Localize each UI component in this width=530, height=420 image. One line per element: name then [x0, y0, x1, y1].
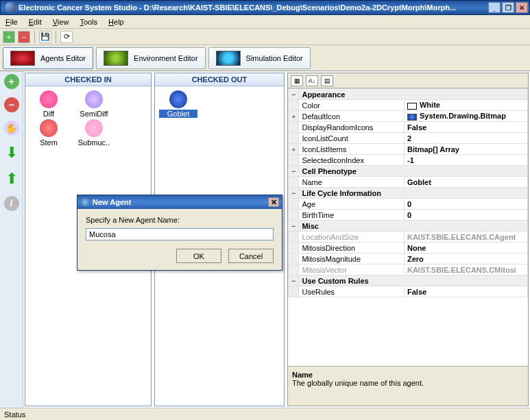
expand-icon[interactable]	[289, 254, 299, 264]
menu-tools[interactable]: Tools	[80, 18, 97, 26]
titlebar: Electronic Cancer System Studio - D:\Res…	[0, 0, 530, 15]
dialog-icon	[80, 197, 90, 207]
expand-icon[interactable]	[289, 122, 299, 133]
expand-icon[interactable]: −	[289, 188, 299, 199]
property-value[interactable]: System.Drawing.Bitmap	[404, 111, 527, 122]
property-key[interactable]: Name	[299, 177, 405, 188]
property-key[interactable]: UseRules	[299, 286, 405, 297]
property-value[interactable]: -1	[404, 155, 527, 166]
property-key[interactable]: MitosisMagnitude	[299, 254, 405, 264]
property-key[interactable]: BirthTime	[299, 210, 405, 221]
property-value[interactable]: None	[404, 243, 527, 254]
move-down-icon[interactable]: ⬇	[5, 144, 18, 162]
property-value[interactable]: White	[404, 100, 527, 111]
property-value[interactable]: Bitmap[] Array	[404, 144, 527, 155]
expand-icon[interactable]: −	[289, 166, 299, 177]
property-value[interactable]: KAIST.SBIE.ELECANS.CAgent	[404, 232, 527, 243]
property-value[interactable]: False	[404, 286, 527, 297]
agent-item[interactable]: SemiDiff	[75, 90, 113, 118]
menu-view[interactable]: View	[53, 18, 69, 26]
expand-icon[interactable]: +	[289, 144, 299, 155]
desc-body: The globally unique name of this agent.	[292, 379, 524, 387]
agent-label: Submuc..	[75, 138, 113, 147]
tab-simulation-editor[interactable]: Simulation Editor	[208, 47, 311, 69]
expand-icon[interactable]	[289, 100, 299, 111]
property-value[interactable]: 0	[404, 210, 527, 221]
property-value[interactable]: False	[404, 122, 527, 133]
expand-icon[interactable]: +	[289, 111, 299, 122]
menu-edit[interactable]: Edit	[29, 18, 42, 26]
ok-button[interactable]: OK	[176, 249, 221, 263]
expand-icon[interactable]	[289, 177, 299, 188]
property-grid[interactable]: −AppearanceColorWhite+DefaultIconSystem.…	[288, 88, 528, 366]
new-agent-dialog: New Agent ✕ Specify a New Agent Name: OK…	[77, 195, 282, 271]
menu-file[interactable]: File	[5, 18, 18, 26]
expand-icon[interactable]	[289, 133, 299, 144]
property-key[interactable]: LocationAndSize	[299, 232, 405, 243]
add-button[interactable]: +	[4, 74, 19, 89]
property-key[interactable]: IconListCount	[299, 133, 405, 144]
property-toolbar: ▦ A↓ ▤	[288, 73, 528, 88]
new-icon[interactable]: +	[3, 31, 15, 43]
agent-item[interactable]: Submuc..	[75, 119, 113, 147]
restore-button[interactable]: ❐	[502, 2, 514, 13]
expand-icon[interactable]	[289, 232, 299, 243]
property-key[interactable]: MitosisVector	[299, 264, 405, 275]
property-key[interactable]: Color	[299, 100, 405, 111]
save-icon[interactable]: 💾	[39, 31, 51, 43]
property-key[interactable]: Age	[299, 199, 405, 210]
agent-item[interactable]: Stem	[29, 119, 68, 147]
property-pages-icon[interactable]: ▤	[321, 75, 333, 86]
tab-agents-editor[interactable]: Agents Editor	[3, 47, 93, 69]
expand-icon[interactable]	[289, 286, 299, 297]
property-key[interactable]: SelectedIconIndex	[299, 155, 405, 166]
expand-icon[interactable]	[289, 264, 299, 275]
dialog-close-button[interactable]: ✕	[268, 197, 279, 207]
checked-out-header: CHECKED OUT	[155, 73, 284, 86]
menu-help[interactable]: Help	[108, 18, 124, 26]
agent-icon	[85, 119, 103, 137]
expand-icon[interactable]: −	[289, 221, 299, 232]
toolbar: + − 💾 ⟳	[0, 29, 530, 45]
property-key[interactable]: DisplayRandomIcons	[299, 122, 405, 133]
info-button[interactable]: i	[4, 196, 19, 211]
cancel-button[interactable]: Cancel	[228, 249, 274, 263]
expand-icon[interactable]	[289, 243, 299, 254]
categorized-icon[interactable]: ▦	[291, 75, 303, 86]
property-value[interactable]: Goblet	[404, 177, 527, 188]
property-value[interactable]: 0	[404, 199, 527, 210]
agent-item[interactable]: Goblet	[159, 90, 197, 118]
editor-tabs: Agents Editor Environment Editor Simulat…	[0, 45, 530, 71]
property-key[interactable]: DefaultIcon	[299, 111, 405, 122]
minimize-button[interactable]: _	[488, 2, 501, 13]
delete-icon[interactable]: −	[18, 31, 30, 43]
expand-icon[interactable]	[289, 210, 299, 221]
alphabetical-icon[interactable]: A↓	[306, 75, 318, 86]
dialog-titlebar[interactable]: New Agent ✕	[77, 195, 282, 209]
agent-name-input[interactable]	[86, 228, 274, 240]
property-value[interactable]: 2	[404, 133, 527, 144]
expand-icon[interactable]: −	[289, 275, 299, 286]
tab-environment-editor[interactable]: Environment Editor	[96, 47, 206, 69]
status-text: Status	[4, 410, 25, 419]
move-up-icon[interactable]: ⬆	[5, 170, 18, 188]
expand-icon[interactable]	[289, 155, 299, 166]
dialog-prompt: Specify a New Agent Name:	[86, 216, 274, 224]
expand-icon[interactable]	[289, 199, 299, 210]
category-name: Cell Phenotype	[299, 166, 528, 177]
property-key[interactable]: IconListItems	[299, 144, 405, 155]
property-description: Name The globally unique name of this ag…	[288, 366, 528, 406]
property-key[interactable]: MitosisDirection	[299, 243, 405, 254]
expand-icon[interactable]: −	[289, 89, 299, 100]
refresh-icon[interactable]: ⟳	[60, 31, 73, 43]
close-button[interactable]: ✕	[516, 2, 528, 13]
remove-button[interactable]: −	[4, 97, 19, 112]
property-value[interactable]: Zero	[404, 254, 527, 264]
agent-item[interactable]: Diff	[29, 90, 68, 118]
property-value[interactable]: KAIST.SBIE.ELECANS.CMitosi	[404, 264, 527, 275]
sidebar: + − ✋ ⬇ ⬆ i	[0, 71, 23, 408]
grab-button[interactable]: ✋	[4, 121, 19, 136]
dialog-title-text: New Agent	[93, 198, 268, 206]
category-name: Misc	[299, 221, 528, 232]
separator	[56, 31, 56, 43]
